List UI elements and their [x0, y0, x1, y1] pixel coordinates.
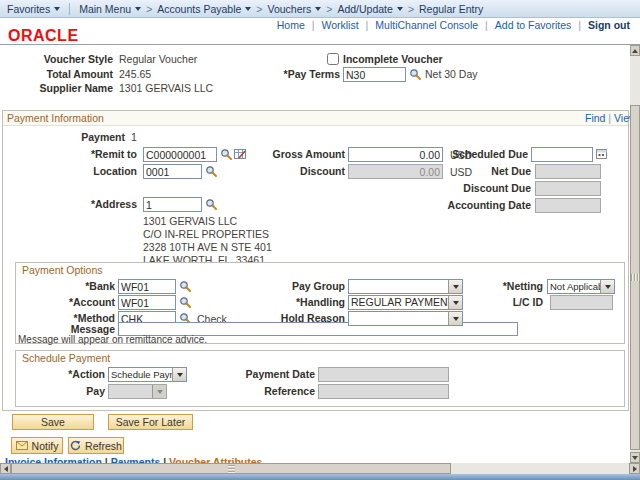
- peoplesoft-voucher-page: Favorites Main Menu > Accounts Payable >…: [0, 0, 640, 480]
- supplier-address-line: 2328 10TH AVE N STE 401: [143, 241, 272, 254]
- incomplete-voucher-label: Incomplete Voucher: [343, 52, 443, 67]
- horizontal-scrollbar-thumb[interactable]: [11, 463, 451, 474]
- payment-information-title: Payment Information: [7, 112, 104, 124]
- payment-label: Payment: [0, 130, 125, 145]
- pay-terms-label: *Pay Terms: [240, 67, 340, 82]
- scroll-left-button[interactable]: [0, 463, 11, 474]
- lc-id-label: L/C ID: [443, 295, 543, 310]
- crumb-label: Add/Update: [337, 3, 392, 15]
- main-menu[interactable]: Main Menu: [79, 3, 141, 15]
- supplier-name-value: 1301 GERVAIS LLC: [119, 81, 213, 96]
- payment-date-input: [318, 367, 449, 382]
- gross-amount-label: Gross Amount: [225, 147, 345, 162]
- bank-input[interactable]: [118, 279, 176, 294]
- breadcrumb-separator: >: [256, 3, 262, 15]
- worklist-link[interactable]: Worklist: [321, 19, 358, 31]
- netting-value: Not Applicable: [548, 280, 600, 293]
- location-input[interactable]: [143, 164, 202, 179]
- breadcrumb-current-page: Regular Entry: [419, 3, 483, 15]
- pay-terms-input[interactable]: [343, 67, 406, 82]
- payment-number: 1: [131, 130, 137, 145]
- account-lookup-icon[interactable]: [179, 296, 192, 309]
- dropdown-arrow-icon: [152, 385, 166, 398]
- account-label: *Account: [15, 295, 115, 310]
- nav-divider: [69, 3, 70, 15]
- voucher-style-label: Voucher Style: [0, 52, 113, 67]
- discount-due-input: [535, 181, 601, 196]
- scheduled-due-calendar-icon[interactable]: [596, 148, 608, 160]
- refresh-label: Refresh: [85, 440, 122, 452]
- save-button-label: Save: [41, 416, 65, 428]
- breadcrumb-vouchers[interactable]: Vouchers: [267, 3, 321, 15]
- find-link[interactable]: Find: [585, 112, 605, 124]
- pay-terms-lookup-icon[interactable]: [409, 68, 422, 81]
- incomplete-voucher-checkbox[interactable]: [327, 53, 339, 65]
- home-link[interactable]: Home: [277, 19, 305, 31]
- notify-label: Notify: [32, 440, 59, 452]
- favorites-menu[interactable]: Favorites: [7, 3, 60, 15]
- pay-select: [108, 384, 167, 399]
- supplier-name-label: Supplier Name: [0, 81, 113, 96]
- multichannel-console-link[interactable]: MultiChannel Console: [375, 19, 478, 31]
- chevron-down-icon: [315, 7, 321, 11]
- bank-lookup-icon[interactable]: [179, 280, 192, 293]
- hold-reason-value: [349, 312, 448, 325]
- remit-to-input[interactable]: [143, 147, 217, 162]
- message-note: Message will appear on remittance advice…: [18, 334, 207, 345]
- action-label: *Action: [5, 367, 105, 382]
- breadcrumb-separator: >: [408, 3, 414, 15]
- payment-date-label: Payment Date: [212, 367, 315, 382]
- add-to-favorites-link[interactable]: Add to Favorites: [495, 19, 571, 31]
- reference-input: [318, 384, 449, 399]
- refresh-button[interactable]: Refresh: [68, 437, 124, 454]
- handling-label: *Handling: [245, 295, 345, 310]
- action-value: Schedule Paymen: [109, 368, 172, 381]
- window-bottom-edge: [0, 474, 640, 480]
- bank-label: *Bank: [15, 279, 115, 294]
- dropdown-arrow-icon: [600, 280, 614, 293]
- save-for-later-button[interactable]: Save For Later: [108, 414, 193, 430]
- link-separator: |: [578, 19, 581, 31]
- address-input[interactable]: [143, 197, 202, 212]
- oracle-logo: ORACLE: [8, 27, 79, 45]
- breadcrumb-accounts-payable[interactable]: Accounts Payable: [157, 3, 251, 15]
- dropdown-arrow-icon: [172, 368, 186, 381]
- pay-label: Pay: [5, 384, 105, 399]
- account-input[interactable]: [118, 295, 176, 310]
- netting-select[interactable]: Not Applicable: [547, 279, 615, 294]
- notify-button[interactable]: Notify: [11, 437, 63, 454]
- discount-label: Discount: [225, 164, 345, 179]
- supplier-address-line: C/O IN-REL PROPERTIES: [143, 228, 269, 241]
- location-lookup-icon[interactable]: [205, 165, 218, 178]
- favorites-label: Favorites: [7, 3, 50, 15]
- link-separator: |: [485, 19, 488, 31]
- address-label: *Address: [0, 197, 137, 212]
- current-page-label: Regular Entry: [419, 3, 483, 15]
- pay-value: [109, 385, 152, 398]
- vertical-scrollbar-thumb[interactable]: [630, 105, 640, 450]
- chevron-down-icon: [54, 7, 60, 11]
- crumb-label: Vouchers: [267, 3, 311, 15]
- lc-id-input: [550, 295, 613, 310]
- action-select[interactable]: Schedule Paymen: [108, 367, 187, 382]
- total-amount-value: 245.65: [119, 67, 151, 82]
- link-separator: |: [312, 19, 315, 31]
- net-due-label: Net Due: [411, 164, 531, 179]
- remit-to-label: *Remit to: [0, 147, 137, 162]
- scroll-down-button[interactable]: [630, 452, 640, 463]
- scheduled-due-input[interactable]: [531, 147, 593, 162]
- location-label: Location: [0, 164, 137, 179]
- total-amount-label: Total Amount: [0, 67, 113, 82]
- hold-reason-select[interactable]: [348, 311, 463, 326]
- sign-out-link[interactable]: Sign out: [588, 19, 630, 31]
- pay-terms-description: Net 30 Day: [425, 67, 478, 82]
- scroll-up-button[interactable]: [630, 45, 640, 56]
- breadcrumb-add-update[interactable]: Add/Update: [337, 3, 402, 15]
- chevron-down-icon: [397, 7, 403, 11]
- save-button[interactable]: Save: [12, 414, 94, 430]
- reference-label: Reference: [212, 384, 315, 399]
- header-links: Home | Worklist | MultiChannel Console |…: [0, 18, 630, 32]
- breadcrumb-separator: >: [146, 3, 152, 15]
- address-lookup-icon[interactable]: [205, 198, 218, 211]
- scroll-right-button[interactable]: [629, 463, 640, 474]
